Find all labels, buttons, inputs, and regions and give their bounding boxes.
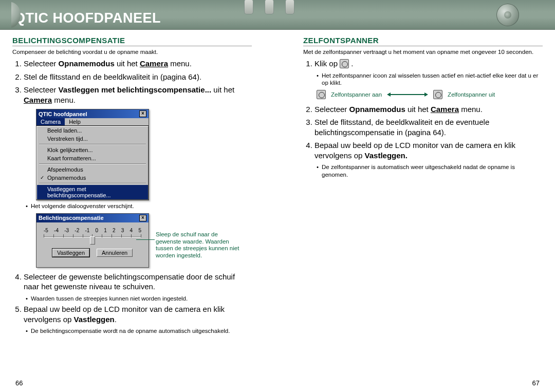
- window-title: Belichtingscompensatie: [39, 215, 104, 221]
- slider-tick-labels: -5-4-3-2-1012345: [42, 228, 143, 233]
- note-toggle: Het zelfontspanner icoon zal wisselen tu…: [317, 72, 543, 87]
- note-between-ticks: Waarden tussen de streepjes kunnen niet …: [26, 295, 252, 302]
- intro-exposure: Compenseer de belichting voordat u de op…: [12, 48, 252, 55]
- camera-dropdown: Beeld laden... Verstreken tijd... Klok g…: [36, 126, 149, 200]
- close-icon[interactable]: ×: [139, 215, 146, 221]
- step-4: Selecteer de gewenste belichtingscompens…: [24, 272, 252, 292]
- menu-item-highlighted[interactable]: Vastleggen met belichtingscompensatie...: [37, 185, 148, 199]
- slider-caption: Sleep de schuif naar de gewenste waarde.…: [156, 231, 243, 259]
- page-number-right: 67: [532, 379, 540, 387]
- right-column: ZELFONTSPANNER Met de zelfontspanner ver…: [303, 36, 543, 337]
- slider-thumb[interactable]: [90, 236, 95, 245]
- left-column: BELICHTINGSCOMPENSATIE Compenseer de bel…: [12, 36, 252, 337]
- page-header: QTIC HOOFDPANEEL: [0, 0, 555, 30]
- selftimer-off-icon: [433, 90, 442, 99]
- cancel-button[interactable]: Annuleren: [97, 249, 133, 257]
- screenshot-camera-menu: QTIC hoofdpaneel × Camera Help Beeld lad…: [36, 109, 149, 200]
- menu-item[interactable]: Kaart formatteren...: [37, 154, 148, 162]
- page-number-left: 66: [15, 379, 23, 387]
- timer-on-label: Zelfontspanner aan: [331, 91, 382, 98]
- timer-state-diagram: Zelfontspanner aan Zelfontspanner uit: [317, 90, 543, 99]
- menu-item-checked[interactable]: Opnamemodus: [37, 174, 148, 182]
- menu-item[interactable]: Afspeelmodus: [37, 165, 148, 174]
- note-timer-autooff: De zelfontspanner is automatisch weer ui…: [317, 163, 543, 178]
- menu-item[interactable]: Verstreken tijd...: [37, 135, 148, 143]
- header-decoration-knob: [496, 4, 519, 26]
- step-1: Selecteer Opnamemodus uit het Camera men…: [24, 59, 252, 69]
- step-5: Bepaal uw beeld op de LCD monitor van de…: [24, 304, 252, 324]
- step-4: Bepaal uw beeld op de LCD monitor van de…: [314, 140, 543, 160]
- page-title: QTIC HOOFDPANEEL: [14, 10, 161, 26]
- menu-item[interactable]: Klok gelijkzetten...: [37, 146, 148, 154]
- intro-selftimer: Met de zelfontspanner vertraagt u het mo…: [303, 48, 543, 55]
- close-icon[interactable]: ×: [139, 110, 146, 117]
- step-2: Selecteer Opnamemodus uit het Camera men…: [314, 104, 543, 115]
- note-dialog-appears: Het volgende dialoogvenster verschijnt.: [26, 202, 252, 210]
- menu-item[interactable]: Beeld laden...: [37, 126, 148, 135]
- exposure-slider[interactable]: [44, 234, 141, 244]
- double-arrow-icon: [387, 92, 428, 97]
- menubar-help[interactable]: Help: [65, 118, 85, 125]
- window-title: QTIC hoofdpaneel: [39, 111, 87, 117]
- section-title-exposure: BELICHTINGSCOMPENSATIE: [12, 36, 252, 46]
- selftimer-icon[interactable]: [340, 59, 349, 68]
- window-titlebar: QTIC hoofdpaneel ×: [36, 109, 149, 118]
- header-decoration-plugs: [244, 0, 294, 16]
- timer-off-label: Zelfontspanner uit: [448, 91, 495, 98]
- window-titlebar: Belichtingscompensatie ×: [36, 214, 149, 222]
- step-3: Selecteer Vastleggen met belichtingscomp…: [24, 85, 252, 105]
- note-exposure-autooff: De belichtingscompensatie wordt na de op…: [26, 327, 252, 334]
- selftimer-on-icon: [317, 90, 326, 99]
- step-3: Stel de flitsstand, de beeldkwaliteit en…: [314, 117, 543, 137]
- step-2: Stel de flitsstand en de beeldkwaliteit …: [24, 72, 252, 82]
- screenshot-exposure-dialog: Belichtingscompensatie × -5-4-3-2-101234…: [36, 213, 149, 268]
- step-1: Klik op .: [314, 59, 543, 69]
- capture-button[interactable]: Vastleggen: [52, 249, 89, 257]
- menubar-camera[interactable]: Camera: [36, 118, 65, 125]
- section-title-selftimer: ZELFONTSPANNER: [303, 36, 543, 46]
